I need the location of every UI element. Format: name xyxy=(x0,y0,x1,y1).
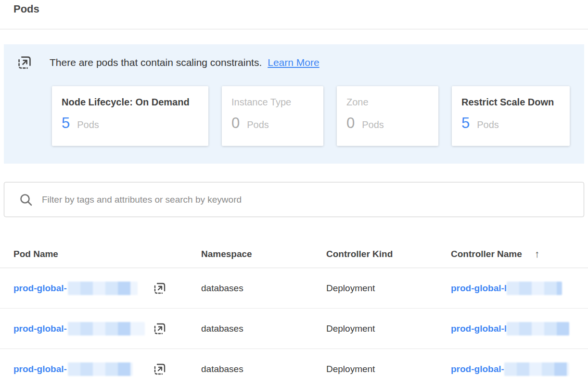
controller-kind-cell: Deployment xyxy=(326,364,451,374)
scaling-constraints-banner: There are pods that contain scaling cons… xyxy=(4,44,584,164)
card-title: Restrict Scale Down xyxy=(461,97,560,108)
column-header-controller-name[interactable]: Controller Name ↑ xyxy=(451,248,588,260)
card-instance-type: Instance Type 0 Pods xyxy=(222,86,323,146)
pod-name-link[interactable]: prod-global- xyxy=(13,364,67,374)
redacted-text xyxy=(504,362,569,376)
controller-kind-cell: Deployment xyxy=(326,283,451,294)
constraint-cards: Node Lifecycle: On Demand 5 Pods Instanc… xyxy=(52,86,570,146)
scale-out-icon xyxy=(17,55,32,70)
pods-table: Pod Name Namespace Controller Kind Contr… xyxy=(0,241,588,387)
card-title: Instance Type xyxy=(231,97,314,108)
scale-out-icon xyxy=(153,322,166,335)
card-unit: Pods xyxy=(477,119,499,130)
controller-kind-cell: Deployment xyxy=(326,323,451,334)
banner-message: There are pods that contain scaling cons… xyxy=(50,57,262,68)
sort-asc-icon: ↑ xyxy=(535,248,540,260)
column-header-controller-kind[interactable]: Controller Kind xyxy=(326,249,451,259)
redacted-text xyxy=(68,322,145,335)
pod-name-link[interactable]: prod-global- xyxy=(13,323,67,334)
redacted-text xyxy=(507,282,562,295)
scale-out-icon xyxy=(153,362,166,376)
redacted-text xyxy=(68,362,133,376)
controller-name-link[interactable]: prod-global-l xyxy=(451,323,507,334)
card-count: 0 xyxy=(231,116,240,130)
controller-name-link[interactable]: prod-global-l xyxy=(451,283,507,294)
column-header-label: Controller Name xyxy=(451,249,522,259)
controller-name-link[interactable]: prod-global- xyxy=(451,364,504,374)
table-row: prod-global- databases Deployment prod-g… xyxy=(0,349,588,387)
learn-more-link[interactable]: Learn More xyxy=(268,57,319,68)
table-row: prod-global- databases Deployment prod-g… xyxy=(0,309,588,349)
column-header-pod-name[interactable]: Pod Name xyxy=(13,249,201,259)
namespace-cell: databases xyxy=(201,323,326,334)
card-count: 0 xyxy=(346,116,355,130)
card-count: 5 xyxy=(62,116,70,130)
card-unit: Pods xyxy=(362,119,384,130)
namespace-cell: databases xyxy=(201,283,326,294)
scale-out-icon xyxy=(153,282,166,295)
table-row: prod-global- databases Deployment prod-g… xyxy=(0,268,588,309)
search-icon xyxy=(19,193,33,207)
column-header-namespace[interactable]: Namespace xyxy=(201,249,326,259)
filter-search-box[interactable] xyxy=(4,182,584,217)
header-divider xyxy=(0,29,588,29)
pod-name-link[interactable]: prod-global- xyxy=(13,283,67,294)
card-node-lifecycle[interactable]: Node Lifecycle: On Demand 5 Pods xyxy=(52,86,208,146)
card-restrict-scale-down[interactable]: Restrict Scale Down 5 Pods xyxy=(452,86,570,146)
card-zone: Zone 0 Pods xyxy=(337,86,438,146)
page-title: Pods xyxy=(13,3,39,15)
card-count: 5 xyxy=(461,116,470,130)
card-unit: Pods xyxy=(77,119,99,130)
card-title: Zone xyxy=(346,97,429,108)
namespace-cell: databases xyxy=(201,364,326,374)
search-input[interactable] xyxy=(41,194,572,206)
table-header-row: Pod Name Namespace Controller Kind Contr… xyxy=(0,241,588,268)
card-title: Node Lifecycle: On Demand xyxy=(62,97,199,108)
redacted-text xyxy=(68,282,138,295)
redacted-text xyxy=(507,322,569,335)
card-unit: Pods xyxy=(247,119,269,130)
